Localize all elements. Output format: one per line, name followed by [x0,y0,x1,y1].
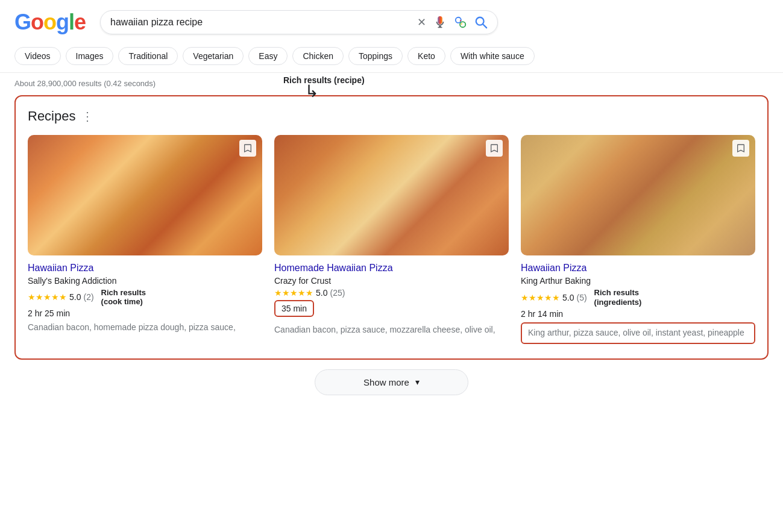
svg-line-5 [483,24,486,28]
google-logo: Google [14,10,86,35]
clear-icon: ✕ [417,16,426,29]
recipe-card-1: Hawaiian Pizza Sally's Baking Addiction … [28,135,262,344]
annotation-arrow: ↲ [305,81,319,101]
logo-letter: l [69,10,74,35]
cook-time-annotation-label: Rich results(cook time) [101,288,146,306]
recipe-card-2: Homemade Hawaiian Pizza Crazy for Crust … [274,135,509,344]
search-icon [474,16,488,29]
filter-chip-with-white-sauce[interactable]: With white sauce [450,47,535,65]
search-icons: ✕ [417,16,488,29]
recipe-time-3: 2 hr 14 min [521,309,755,319]
stars-3: ★★★★★ [521,293,560,302]
recipes-container: Recipes ⋮ Hawaiian Pizza Sally's Baking … [14,95,769,360]
rating-count-1: (2) [83,292,93,302]
clear-button[interactable]: ✕ [417,16,426,29]
bookmark-icon [243,143,253,153]
show-more-button[interactable]: Show more ▾ [315,369,468,395]
recipe-title-1[interactable]: Hawaiian Pizza [28,263,262,274]
lens-button[interactable] [454,16,467,29]
bookmark-button-3[interactable] [732,140,749,157]
chevron-down-icon: ▾ [415,377,420,387]
filter-chip-keto[interactable]: Keto [407,47,445,65]
filter-chip-images[interactable]: Images [66,47,114,65]
svg-rect-1 [438,27,442,28]
recipe-card-3: Hawaiian Pizza King Arthur Baking ★★★★★ … [521,135,755,344]
recipe-ingredients-highlighted: King arthur, pizza sauce, olive oil, ins… [521,322,755,344]
google-lens-icon [454,16,467,29]
recipes-menu-icon[interactable]: ⋮ [81,109,93,124]
stars-2: ★★★★★ [274,288,313,298]
show-more-row: Show more ▾ [0,369,783,395]
recipe-ingredients-2: Canadian bacon, pizza sauce, mozzarella … [274,324,509,336]
recipe-source-1: Sally's Baking Addiction [28,276,262,286]
annotation-label: Rich results (recipe) [283,75,365,85]
recipe-image-3 [521,135,755,255]
time-row-2: 35 min [274,300,509,321]
rating-value-3: 5.0 [562,293,574,302]
header: Google ✕ [0,0,783,42]
search-button[interactable] [474,16,488,29]
recipe-rating-3: ★★★★★ 5.0 (5) Rich results(ingredients) [521,288,755,307]
recipe-image-2 [274,135,509,255]
recipe-ingredients-1: Canadian bacon, homemade pizza dough, pi… [28,322,262,334]
filter-chip-toppings[interactable]: Toppings [348,47,403,65]
mic-button[interactable] [433,16,447,29]
recipe-time-1: 2 hr 25 min [28,308,262,318]
recipe-source-2: Crazy for Crust [274,276,509,286]
bookmark-icon-2 [489,143,499,153]
recipe-rating-1: ★★★★★ 5.0 (2) Rich results(cook time) [28,288,262,306]
filter-chip-chicken[interactable]: Chicken [292,47,344,65]
mic-icon [433,16,447,29]
svg-point-3 [460,22,465,27]
ingredients-annotation-label: Rich results(ingredients) [594,288,642,307]
rating-count-2: (25) [330,288,345,298]
recipe-time-highlighted: 35 min [274,300,314,317]
stars-1: ★★★★★ [28,292,67,302]
search-bar[interactable]: ✕ [100,10,498,34]
rating-value-2: 5.0 [316,288,327,298]
recipe-rating-2: ★★★★★ 5.0 (25) [274,288,509,298]
results-count: About 28,900,000 results (0.42 seconds) [14,79,156,88]
results-info: About 28,900,000 results (0.42 seconds) [0,73,783,92]
results-row: About 28,900,000 results (0.42 seconds) … [0,73,783,92]
filter-chip-traditional[interactable]: Traditional [118,47,178,65]
show-more-label: Show more [363,377,409,387]
recipes-title: Recipes [28,108,75,124]
recipe-title-3[interactable]: Hawaiian Pizza [521,263,755,274]
recipes-grid: Hawaiian Pizza Sally's Baking Addiction … [28,135,755,344]
recipe-image-1 [28,135,262,255]
logo-letter: e [74,10,86,35]
logo-letter: g [56,10,69,35]
filter-chip-videos[interactable]: Videos [14,47,61,65]
logo-letter: G [14,10,31,35]
logo-letter: o [43,10,56,35]
rich-results-annotation: Rich results (recipe) ↲ [259,75,365,101]
logo-letter: o [31,10,43,35]
bookmark-button-1[interactable] [239,140,256,157]
search-input[interactable] [110,17,410,28]
bookmark-icon-3 [736,143,746,153]
bookmark-button-2[interactable] [486,140,503,157]
rating-value-1: 5.0 [69,292,81,302]
recipes-header: Recipes ⋮ [28,108,755,124]
recipe-title-2[interactable]: Homemade Hawaiian Pizza [274,263,509,274]
recipe-source-3: King Arthur Baking [521,276,755,286]
filter-chip-easy[interactable]: Easy [248,47,288,65]
filter-chip-vegetarian[interactable]: Vegetarian [183,47,244,65]
filter-bar: Videos Images Traditional Vegetarian Eas… [0,42,783,73]
rating-count-3: (5) [576,293,586,302]
